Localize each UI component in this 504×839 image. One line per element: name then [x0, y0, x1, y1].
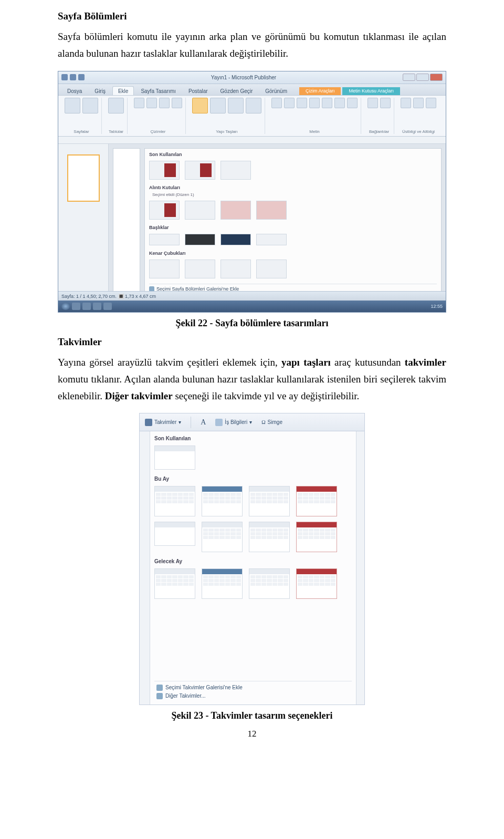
insert-file-icon[interactable] [309, 98, 320, 108]
advertisements-icon[interactable] [246, 98, 261, 113]
gallery-item[interactable] [220, 201, 251, 220]
tab-page-design[interactable]: Sayfa Tasarımı [135, 86, 182, 95]
table-icon[interactable] [108, 98, 124, 113]
taskbar-app-icon[interactable] [93, 303, 101, 310]
windows-taskbar[interactable]: 12:55 [58, 301, 446, 312]
ribbon-font-button[interactable]: A [201, 418, 206, 427]
calendars-icon[interactable] [210, 98, 226, 113]
tab-file[interactable]: Dosya [61, 86, 88, 95]
gallery-add-selection[interactable]: Seçimi Takvimler Galerisi'ne Ekle [156, 685, 350, 691]
right-edge-slice [356, 431, 364, 705]
gallery-item[interactable] [185, 234, 215, 245]
page-icon[interactable] [65, 98, 80, 113]
tab-mailings[interactable]: Postalar [183, 86, 214, 95]
tab-insert[interactable]: Ekle [112, 86, 134, 95]
window-buttons[interactable] [403, 74, 443, 81]
calendar-thumb[interactable] [296, 486, 337, 516]
maximize-button[interactable] [416, 74, 429, 81]
tab-home[interactable]: Giriş [89, 86, 111, 95]
letter-a-icon: A [201, 418, 206, 427]
calendar-thumb[interactable] [249, 522, 290, 552]
textbox-icon[interactable] [271, 98, 282, 108]
object-icon[interactable] [347, 98, 358, 108]
calendar-thumb[interactable] [154, 446, 195, 470]
picture-placeholder-icon[interactable] [172, 98, 182, 108]
start-orb-icon[interactable] [61, 303, 70, 310]
date-time-icon[interactable] [334, 98, 345, 108]
gallery-header-recent: Son Kullanılan [149, 152, 437, 157]
workspace: Son Kullanılan Alıntı Kutuları Seçimi et… [109, 144, 446, 297]
tab-view[interactable]: Görünüm [259, 86, 293, 95]
left-edge-slice [140, 431, 150, 705]
ribbon-calendars-button[interactable]: Takvimler ▾ [145, 419, 181, 426]
taskbar-app-icon[interactable] [82, 303, 91, 310]
tab-review[interactable]: Gözden Geçir [215, 86, 259, 95]
wordart-icon[interactable] [297, 98, 307, 108]
gallery-item[interactable] [256, 201, 287, 220]
ribbon-insert: Sayfalar Tablolar Çizimler Yapı Taşları [58, 96, 446, 137]
gallery-item[interactable] [220, 260, 251, 278]
qat-redo-icon[interactable] [78, 74, 85, 80]
bookmark-icon[interactable] [380, 98, 391, 108]
calendar-thumb[interactable] [296, 522, 337, 552]
calendar-thumb[interactable] [296, 568, 337, 599]
gallery-item[interactable] [220, 161, 251, 180]
gallery-item[interactable] [185, 260, 215, 278]
gallery-row-recent [149, 161, 437, 180]
clipart-icon[interactable] [146, 98, 157, 108]
calendar-thumb[interactable] [154, 568, 195, 599]
calendar-thumb[interactable] [202, 486, 243, 516]
gallery-row-quote [149, 201, 437, 220]
ctx-textbox-tools[interactable]: Metin Kutusu Araçları [342, 87, 400, 95]
page-number-icon[interactable] [426, 98, 436, 108]
page-parts-icon[interactable] [192, 98, 208, 113]
minimize-button[interactable] [403, 74, 415, 81]
gallery-item[interactable] [256, 260, 287, 278]
taskbar-left[interactable] [61, 303, 112, 310]
gallery-item[interactable] [220, 234, 251, 245]
borders-accents-icon[interactable] [228, 98, 244, 113]
ribbon-business-info-button[interactable]: İş Bilgileri ▾ [215, 419, 252, 426]
heading-takvimler: Takvimler [58, 336, 446, 348]
catalog-pages-icon[interactable] [82, 98, 98, 113]
hyperlink-icon[interactable] [368, 98, 378, 108]
page-thumbnail-1[interactable] [67, 154, 100, 202]
calendar-thumb[interactable] [202, 568, 243, 599]
gallery-more-calendars[interactable]: Diğer Takvimler... [156, 693, 350, 699]
calendar-thumb[interactable] [249, 486, 290, 516]
qat-undo-icon[interactable] [70, 74, 76, 80]
close-button[interactable] [430, 74, 443, 81]
business-info-icon[interactable] [284, 98, 295, 108]
gallery-item[interactable] [149, 260, 180, 278]
shapes-icon[interactable] [159, 98, 170, 108]
quick-access-toolbar[interactable] [61, 74, 85, 80]
gallery-item[interactable] [149, 201, 180, 220]
picture-icon[interactable] [134, 98, 144, 108]
gallery-item[interactable] [149, 234, 180, 245]
header-icon[interactable] [401, 98, 411, 108]
separator [191, 417, 191, 428]
ribbon-symbol-button[interactable]: Ω Simge [261, 419, 282, 425]
taskbar-app-icon[interactable] [103, 303, 112, 310]
gallery-item[interactable] [256, 234, 287, 245]
ribbon-group-header-footer: Üstbilgi ve Altbilgi [397, 98, 439, 134]
ctx-drawing-tools[interactable]: Çizim Araçları [299, 87, 341, 95]
gallery-item[interactable] [185, 201, 215, 220]
page-number: 12 [58, 729, 446, 739]
figure-caption-23: Şekil 23 - Takvimler tasarım seçenekleri [58, 710, 446, 721]
page-navigation-panel[interactable] [58, 144, 109, 297]
gallery-item[interactable] [185, 161, 215, 180]
calendar-thumb[interactable] [154, 522, 195, 546]
calendar-thumb[interactable] [202, 522, 243, 552]
page-left-edge [113, 148, 140, 293]
taskbar-app-icon[interactable] [72, 303, 80, 310]
gallery-item[interactable] [149, 161, 180, 180]
group-label-tables: Tablolar [109, 129, 123, 134]
footer-icon[interactable] [413, 98, 424, 108]
calendar-thumb[interactable] [154, 486, 195, 516]
page-parts-gallery-dropdown[interactable]: Son Kullanılan Alıntı Kutuları Seçimi et… [144, 148, 442, 293]
qat-save-icon[interactable] [61, 74, 68, 80]
calendar-thumb[interactable] [249, 568, 290, 599]
symbol-icon[interactable] [322, 98, 332, 108]
calendars-gallery[interactable]: Son Kullanılan Bu Ay Gelecek Ay [150, 431, 356, 705]
